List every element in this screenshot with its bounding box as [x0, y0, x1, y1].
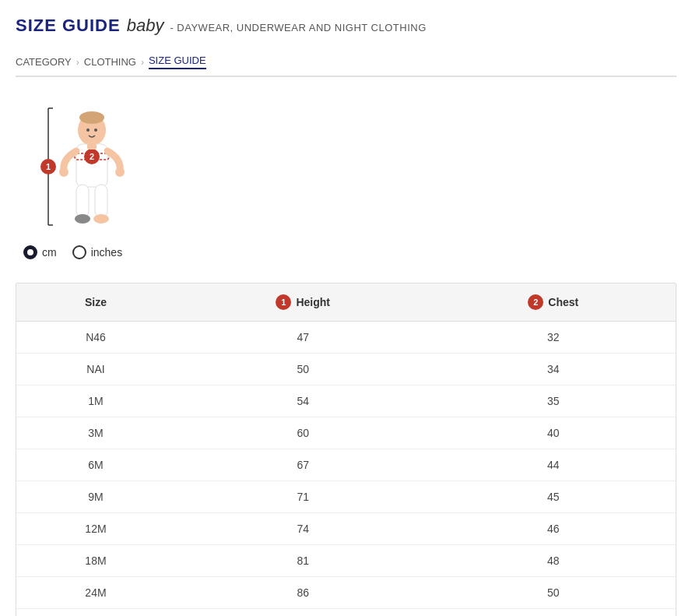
cell-size: 6M [16, 449, 175, 481]
col-height-badge-wrap: 1 Height [191, 294, 416, 310]
cell-size: 24M [16, 577, 175, 609]
cell-size: 12M [16, 513, 175, 545]
table-row: 1M 54 35 [16, 385, 676, 417]
table-row: 9M 71 45 [16, 481, 676, 513]
cell-height: 74 [175, 513, 431, 545]
breadcrumb-sep-2: › [141, 57, 144, 68]
size-table-body: N46 47 32 NAI 50 34 1M 54 35 3M 60 40 6M… [16, 322, 676, 617]
page-wrapper: SIZE GUIDE baby - DAYWEAR, UNDERWEAR AND… [0, 0, 692, 616]
svg-text:1: 1 [46, 162, 51, 171]
table-row: N46 47 32 [16, 322, 676, 354]
cell-chest: 48 [430, 545, 676, 577]
baby-figure-svg: 1 2 [23, 100, 132, 233]
svg-rect-16 [95, 185, 107, 217]
table-row: 6M 67 44 [16, 449, 676, 481]
cell-chest: 44 [430, 449, 676, 481]
breadcrumb: CATEGORY › CLOTHING › SIZE GUIDE [16, 48, 676, 77]
cell-size: 3M [16, 417, 175, 449]
cell-height: 54 [175, 385, 431, 417]
breadcrumb-size-guide[interactable]: SIZE GUIDE [149, 55, 206, 69]
cell-height: 81 [175, 545, 431, 577]
col-header-height: 1 Height [175, 283, 431, 322]
table-row: 36M 95 52 [16, 609, 676, 617]
table-row: NAI 50 34 [16, 354, 676, 385]
cell-size: 18M [16, 545, 175, 577]
unit-option-inches[interactable]: inches [72, 245, 122, 259]
baby-image-container: 1 2 [23, 100, 132, 233]
unit-option-cm[interactable]: cm [23, 245, 57, 259]
cell-size: NAI [16, 354, 175, 385]
cell-chest: 52 [430, 609, 676, 617]
title-size-guide: SIZE GUIDE [16, 16, 121, 36]
height-badge: 1 [276, 294, 291, 310]
cell-chest: 32 [430, 322, 676, 354]
col-chest-badge-wrap: 2 Chest [446, 294, 660, 310]
chest-badge: 2 [528, 294, 543, 310]
col-header-size: Size [16, 283, 175, 322]
cell-height: 95 [175, 609, 431, 617]
cell-size: 1M [16, 385, 175, 417]
image-section: 1 2 [16, 100, 676, 259]
cell-height: 60 [175, 417, 431, 449]
svg-point-19 [75, 214, 90, 224]
cell-size: N46 [16, 322, 175, 354]
size-table-wrapper: Size 1 Height 2 Chest [16, 283, 676, 616]
cell-chest: 35 [430, 385, 676, 417]
col-chest-label: Chest [548, 296, 578, 308]
cell-chest: 45 [430, 481, 676, 513]
cell-chest: 50 [430, 577, 676, 609]
cell-chest: 40 [430, 417, 676, 449]
table-row: 3M 60 40 [16, 417, 676, 449]
svg-point-6 [79, 111, 104, 124]
breadcrumb-category[interactable]: CATEGORY [16, 56, 72, 68]
cell-height: 71 [175, 481, 431, 513]
cell-height: 47 [175, 322, 431, 354]
svg-rect-15 [76, 185, 89, 217]
unit-toggle: cm inches [23, 245, 122, 259]
table-row: 24M 86 50 [16, 577, 676, 609]
svg-point-7 [86, 128, 90, 132]
title-baby: baby [127, 16, 164, 36]
title-subtitle: - DAYWEAR, UNDERWEAR AND NIGHT CLOTHING [170, 22, 426, 33]
unit-radio-inches[interactable] [72, 245, 86, 259]
table-header-row: Size 1 Height 2 Chest [16, 283, 676, 322]
col-height-label: Height [296, 296, 330, 308]
cell-size: 36M [16, 609, 175, 617]
cell-height: 86 [175, 577, 431, 609]
svg-text:2: 2 [90, 152, 94, 161]
unit-radio-cm[interactable] [23, 245, 37, 259]
cell-chest: 34 [430, 354, 676, 385]
page-title: SIZE GUIDE baby - DAYWEAR, UNDERWEAR AND… [16, 16, 676, 36]
cell-height: 67 [175, 449, 431, 481]
breadcrumb-sep-1: › [76, 57, 79, 68]
col-header-chest: 2 Chest [430, 283, 676, 322]
unit-label-inches: inches [91, 246, 122, 259]
breadcrumb-clothing[interactable]: CLOTHING [84, 56, 136, 68]
cell-size: 9M [16, 481, 175, 513]
svg-point-8 [94, 128, 97, 132]
svg-point-13 [59, 167, 68, 177]
svg-rect-20 [87, 143, 97, 150]
table-row: 18M 81 48 [16, 545, 676, 577]
svg-point-14 [115, 167, 125, 177]
cell-height: 50 [175, 354, 431, 385]
svg-point-18 [93, 214, 109, 224]
size-table: Size 1 Height 2 Chest [16, 283, 676, 616]
table-row: 12M 74 46 [16, 513, 676, 545]
unit-label-cm: cm [42, 246, 57, 259]
col-size-label: Size [85, 296, 107, 308]
cell-chest: 46 [430, 513, 676, 545]
